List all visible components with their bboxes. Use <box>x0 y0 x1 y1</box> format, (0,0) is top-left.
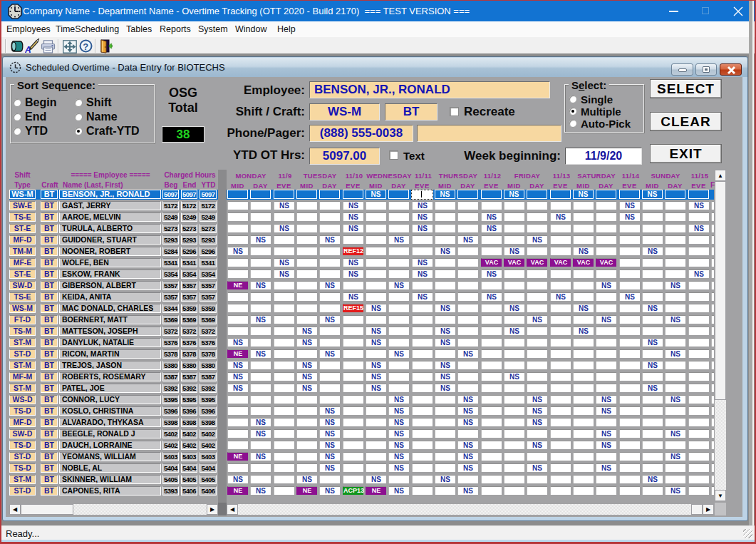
svg-text:A: A <box>25 45 31 53</box>
svg-text:?: ? <box>83 41 88 52</box>
